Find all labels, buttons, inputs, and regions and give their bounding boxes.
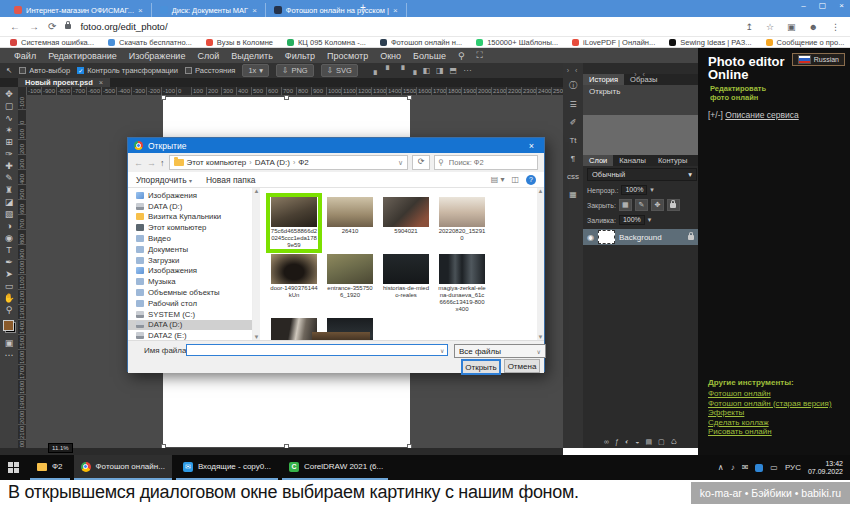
chevron-down-icon[interactable]: ▾ [648,216,652,224]
file-thumbnail[interactable] [271,254,317,284]
open-button[interactable]: Открыть [461,359,501,375]
tree-item[interactable]: DATA (D:) [128,320,252,331]
start-button[interactable] [0,455,26,480]
hand-tool-icon[interactable]: ✋ [2,293,16,303]
document-tab-close-icon[interactable]: × [99,78,103,87]
tree-scrollbar[interactable]: ▲ ▼ [253,188,260,340]
bluetooth-icon[interactable] [755,464,763,472]
tree-item[interactable]: Музыка [128,276,252,287]
tray-expand-icon[interactable]: ∧ [718,463,724,472]
breadcrumb-item[interactable]: DATA (D:) [255,158,290,167]
https-lock-icon[interactable] [65,24,71,29]
character-panel-icon[interactable]: Tt [569,136,576,145]
keyboard-language[interactable]: РУС [785,463,801,472]
tree-item[interactable]: Этот компьютер [128,222,252,233]
menu-item[interactable]: Фильтр [279,51,321,61]
file-item[interactable]: historias-de-miedo-reales [382,254,430,313]
fullscreen-icon[interactable]: ⛶ [471,50,489,61]
screen-mode-icon[interactable]: ⋯ [2,350,16,360]
organize-button[interactable]: Упорядочить ▾ [136,175,192,185]
bookmark-item[interactable]: Вузы в Коломне [206,38,273,47]
menu-item[interactable]: Изображение [123,51,192,61]
eraser-tool-icon[interactable]: ◪ [2,197,16,207]
tree-item[interactable]: DATA (D:) [128,201,252,212]
chevron-down-icon[interactable]: ▾ [650,186,654,194]
browser-tab[interactable]: Фотошоп онлайн на русском | × [266,3,407,17]
breadcrumb-item[interactable]: Этот компьютер [187,158,247,167]
checkbox-icon[interactable] [19,67,26,74]
lasso-tool-icon[interactable]: ∿ [2,113,16,123]
help-icon[interactable]: ? [526,175,536,185]
bookmark-item[interactable]: КЦ 095 Коломна -... [287,38,366,47]
breadcrumb[interactable]: Этот компьютер › DATA (D:) › Ф2 ∨ [169,155,409,170]
layer-thumbnail[interactable] [598,230,615,244]
toggle-description-icon[interactable]: [+/-] [708,110,723,120]
url-text[interactable]: fotoo.org/edit_photo/ [80,21,732,32]
distances-checkbox[interactable]: Расстояния [185,66,235,75]
link-layers-icon[interactable]: ∞ [604,438,609,446]
quick-mask-icon[interactable]: ▣ [2,338,16,348]
stamp-tool-icon[interactable]: ♜ [2,185,16,195]
bookmark-item[interactable]: Скачать бесплатно... [108,38,192,47]
transform-handle[interactable] [407,95,412,100]
checkbox-checked-icon[interactable]: ✓ [77,67,84,74]
lock-transparency-icon[interactable]: ▦ [619,199,632,211]
tree-item[interactable]: Объемные объекты [128,287,252,298]
network-icon[interactable]: ▭ [770,463,778,472]
auto-select-checkbox[interactable]: Авто-выбор [19,66,70,75]
profile-icon[interactable]: ☻ [809,22,818,32]
tree-item[interactable]: Изображения [128,266,252,277]
chevron-down-icon[interactable]: ∨ [440,347,444,354]
file-thumbnail[interactable] [327,254,373,284]
align-icon[interactable]: ◨ [435,66,445,75]
gradient-tool-icon[interactable]: ▧ [2,209,16,219]
tree-item[interactable]: Визитка Купальники [128,212,252,223]
tab-history[interactable]: История [583,74,624,85]
image-panel-icon[interactable]: ▦ [569,190,577,199]
file-thumbnail[interactable] [327,197,373,227]
adjustments-panel-icon[interactable]: ☰ [569,100,576,109]
menu-item[interactable]: Слой [191,51,225,61]
bookmark-item[interactable]: Системная ошибка... [10,38,94,47]
minimize-button[interactable]: – [801,1,805,10]
transform-handle[interactable] [161,95,166,100]
tree-item[interactable]: Загрузки [128,255,252,266]
maximize-button[interactable]: ▢ [819,1,827,10]
back-icon[interactable]: ← [134,158,143,168]
layer-group-icon[interactable]: ▤ [645,438,652,446]
delete-layer-icon[interactable]: ♺ [671,438,677,446]
align-icon[interactable]: ▘ [385,66,393,75]
tab-paths[interactable]: Контуры [652,155,693,166]
tree-item[interactable]: Документы [128,244,252,255]
tree-item[interactable]: Видео [128,233,252,244]
bookmark-star-icon[interactable]: ☆ [766,22,774,32]
info-panel-icon[interactable]: ⓘ [569,80,577,91]
wand-tool-icon[interactable]: ✶ [2,125,16,135]
filetype-select[interactable]: Все файлы ∨ [454,344,546,358]
file-item[interactable]: magiya-zerkal-elena-dunaeva_61c6666c1341… [438,254,486,313]
language-selector[interactable]: Russian [792,53,845,66]
foreground-color-swatch[interactable] [3,320,14,331]
bookmark-item[interactable]: 150000+ Шаблоны... [476,38,558,47]
search-box[interactable]: ⚲ [434,155,538,170]
crop-tool-icon[interactable]: ⊞ [2,137,16,147]
taskbar-app-button[interactable]: C CorelDRAW 2021 (6... [282,455,388,480]
align-icon[interactable]: ▗ [409,66,417,75]
move-tool-icon[interactable]: ✥ [2,89,16,99]
css-panel-icon[interactable]: css [567,172,579,181]
tab-close-icon[interactable]: × [252,6,257,15]
align-icon[interactable]: ⬒ [449,66,459,75]
zoom-select[interactable]: 1x ▾ [242,64,269,77]
tab-close-icon[interactable]: × [138,6,143,15]
up-icon[interactable]: ↑ [160,158,165,168]
cancel-button[interactable]: Отмена [504,359,540,373]
file-thumbnail[interactable] [271,197,317,227]
align-icon[interactable]: ◧ [421,66,431,75]
text-tool-icon[interactable]: T [2,245,16,255]
menu-item[interactable]: Файл [8,51,42,61]
file-thumbnail[interactable] [439,197,485,227]
file-thumbnail[interactable] [439,254,485,284]
volume-icon[interactable]: ♪ [731,463,735,472]
path-select-tool-icon[interactable]: ➤ [2,269,16,279]
document-tab[interactable]: Новый проект.psd × [18,78,110,87]
